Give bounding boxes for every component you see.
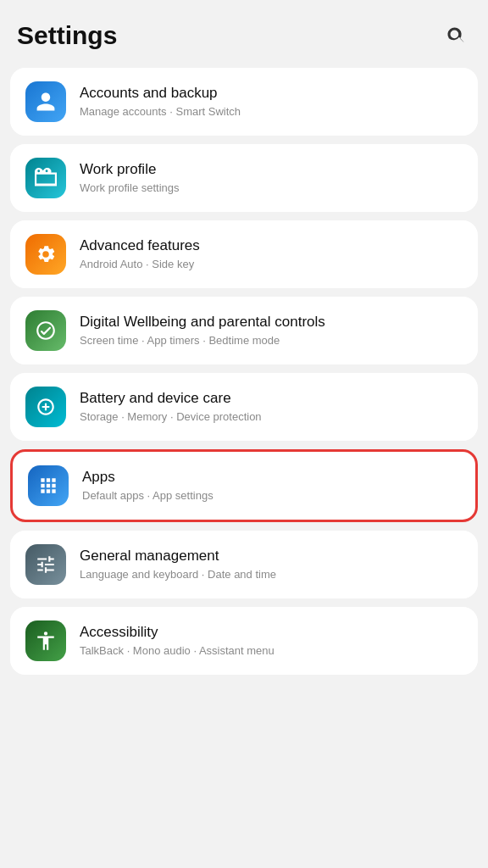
card-accounts: Accounts and backup Manage accounts · Sm… <box>10 68 478 136</box>
work-profile-icon <box>35 167 57 189</box>
advanced-features-icon <box>35 243 57 265</box>
card-battery: Battery and device care Storage · Memory… <box>10 373 478 441</box>
accounts-text: Accounts and backup Manage accounts · Sm… <box>80 84 463 120</box>
apps-title: Apps <box>82 468 460 487</box>
general-management-subtitle: Language and keyboard · Date and time <box>80 568 463 582</box>
card-advanced-features: Advanced features Android Auto · Side ke… <box>10 220 478 288</box>
battery-icon <box>35 396 57 418</box>
battery-icon-wrapper <box>25 387 66 427</box>
digital-wellbeing-title: Digital Wellbeing and parental controls <box>80 313 463 331</box>
settings-item-digital-wellbeing[interactable]: Digital Wellbeing and parental controls … <box>10 297 478 364</box>
accounts-icon-wrapper <box>25 81 66 122</box>
apps-text: Apps Default apps · App settings <box>82 468 460 504</box>
settings-item-advanced-features[interactable]: Advanced features Android Auto · Side ke… <box>10 220 478 288</box>
battery-subtitle: Storage · Memory · Device protection <box>80 410 463 425</box>
settings-list: Accounts and backup Manage accounts · Sm… <box>0 61 488 682</box>
advanced-features-icon-wrapper <box>25 234 66 275</box>
settings-item-accounts[interactable]: Accounts and backup Manage accounts · Sm… <box>10 68 478 136</box>
work-profile-title: Work profile <box>80 160 463 179</box>
advanced-features-subtitle: Android Auto · Side key <box>80 258 463 272</box>
general-management-icon <box>35 554 57 576</box>
card-work-profile: Work profile Work profile settings <box>10 144 478 212</box>
digital-wellbeing-icon <box>35 320 57 342</box>
battery-title: Battery and device care <box>80 389 463 408</box>
work-profile-subtitle: Work profile settings <box>80 181 463 196</box>
accounts-icon <box>35 91 57 113</box>
card-general-management: General management Language and keyboard… <box>10 531 478 598</box>
work-profile-icon-wrapper <box>25 158 66 198</box>
digital-wellbeing-text: Digital Wellbeing and parental controls … <box>80 313 463 348</box>
apps-icon-wrapper <box>28 465 69 506</box>
page-title: Settings <box>17 21 117 50</box>
card-apps[interactable]: Apps Default apps · App settings <box>10 449 478 522</box>
general-management-text: General management Language and keyboard… <box>80 547 463 582</box>
accessibility-subtitle: TalkBack · Mono audio · Assistant menu <box>80 644 463 659</box>
card-accessibility: Accessibility TalkBack · Mono audio · As… <box>10 607 478 675</box>
app-header: Settings <box>0 0 488 61</box>
general-management-icon-wrapper <box>25 544 66 585</box>
digital-wellbeing-subtitle: Screen time · App timers · Bedtime mode <box>80 334 463 348</box>
accessibility-text: Accessibility TalkBack · Mono audio · As… <box>80 623 463 659</box>
apps-icon <box>37 475 59 497</box>
accessibility-icon <box>35 630 57 652</box>
work-profile-text: Work profile Work profile settings <box>80 160 463 196</box>
accounts-subtitle: Manage accounts · Smart Switch <box>80 105 463 120</box>
advanced-features-title: Advanced features <box>80 236 463 255</box>
general-management-title: General management <box>80 547 463 565</box>
accessibility-title: Accessibility <box>80 623 463 642</box>
settings-item-work-profile[interactable]: Work profile Work profile settings <box>10 144 478 212</box>
battery-text: Battery and device care Storage · Memory… <box>80 389 463 425</box>
settings-item-battery[interactable]: Battery and device care Storage · Memory… <box>10 373 478 441</box>
card-digital-wellbeing: Digital Wellbeing and parental controls … <box>10 297 478 364</box>
accessibility-icon-wrapper <box>25 620 66 661</box>
search-button[interactable] <box>441 20 471 51</box>
settings-item-accessibility[interactable]: Accessibility TalkBack · Mono audio · As… <box>10 607 478 675</box>
search-icon <box>445 25 467 47</box>
advanced-features-text: Advanced features Android Auto · Side ke… <box>80 236 463 272</box>
digital-wellbeing-icon-wrapper <box>25 310 66 351</box>
apps-subtitle: Default apps · App settings <box>82 489 460 504</box>
accounts-title: Accounts and backup <box>80 84 463 103</box>
settings-item-general-management[interactable]: General management Language and keyboard… <box>10 531 478 598</box>
